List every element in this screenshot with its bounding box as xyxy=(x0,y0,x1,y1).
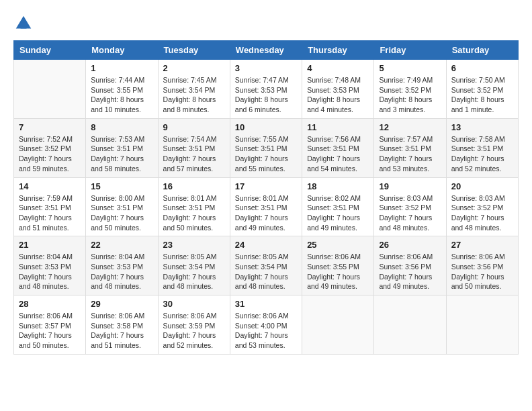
page-header xyxy=(13,13,519,34)
day-info: Sunrise: 7:44 AM Sunset: 3:55 PM Dayligh… xyxy=(91,75,152,115)
calendar-cell: 13Sunrise: 7:58 AM Sunset: 3:51 PM Dayli… xyxy=(446,118,518,177)
day-info: Sunrise: 8:02 AM Sunset: 3:51 PM Dayligh… xyxy=(307,193,369,233)
calendar-cell: 22Sunrise: 8:04 AM Sunset: 3:53 PM Dayli… xyxy=(86,236,158,295)
column-header-monday: Monday xyxy=(86,41,158,60)
day-info: Sunrise: 7:45 AM Sunset: 3:54 PM Dayligh… xyxy=(163,75,225,115)
calendar-cell: 11Sunrise: 7:56 AM Sunset: 3:51 PM Dayli… xyxy=(302,118,374,177)
calendar-cell: 9Sunrise: 7:54 AM Sunset: 3:51 PM Daylig… xyxy=(158,118,230,177)
calendar-cell: 6Sunrise: 7:50 AM Sunset: 3:52 PM Daylig… xyxy=(446,60,518,119)
day-info: Sunrise: 7:55 AM Sunset: 3:51 PM Dayligh… xyxy=(235,134,297,174)
day-number: 23 xyxy=(163,240,225,250)
calendar-week-row: 1Sunrise: 7:44 AM Sunset: 3:55 PM Daylig… xyxy=(14,60,519,119)
day-info: Sunrise: 8:06 AM Sunset: 3:56 PM Dayligh… xyxy=(451,252,513,291)
day-info: Sunrise: 8:06 AM Sunset: 3:55 PM Dayligh… xyxy=(307,252,369,291)
column-header-friday: Friday xyxy=(374,41,446,60)
calendar-cell: 25Sunrise: 8:06 AM Sunset: 3:55 PM Dayli… xyxy=(302,236,374,295)
day-number: 26 xyxy=(379,240,441,250)
day-number: 7 xyxy=(19,122,81,132)
day-number: 29 xyxy=(91,299,152,309)
column-header-thursday: Thursday xyxy=(302,41,374,60)
calendar-cell: 26Sunrise: 8:06 AM Sunset: 3:56 PM Dayli… xyxy=(374,236,446,295)
day-number: 4 xyxy=(307,63,369,73)
column-header-wednesday: Wednesday xyxy=(230,41,302,60)
day-info: Sunrise: 8:04 AM Sunset: 3:53 PM Dayligh… xyxy=(91,252,152,291)
calendar-cell: 31Sunrise: 8:06 AM Sunset: 4:00 PM Dayli… xyxy=(230,295,302,355)
day-info: Sunrise: 8:06 AM Sunset: 4:00 PM Dayligh… xyxy=(235,311,297,351)
calendar-cell xyxy=(302,295,374,355)
logo xyxy=(13,13,36,34)
day-info: Sunrise: 7:48 AM Sunset: 3:53 PM Dayligh… xyxy=(307,75,369,115)
day-info: Sunrise: 8:03 AM Sunset: 3:52 PM Dayligh… xyxy=(379,193,441,233)
day-number: 1 xyxy=(91,63,152,73)
day-info: Sunrise: 8:05 AM Sunset: 3:54 PM Dayligh… xyxy=(235,252,297,291)
day-info: Sunrise: 7:53 AM Sunset: 3:51 PM Dayligh… xyxy=(91,134,152,174)
day-info: Sunrise: 8:06 AM Sunset: 3:56 PM Dayligh… xyxy=(379,252,441,291)
day-number: 16 xyxy=(163,181,225,191)
logo-icon xyxy=(13,13,34,34)
day-number: 3 xyxy=(235,63,297,73)
day-info: Sunrise: 7:49 AM Sunset: 3:52 PM Dayligh… xyxy=(379,75,441,115)
day-info: Sunrise: 8:06 AM Sunset: 3:59 PM Dayligh… xyxy=(163,311,225,351)
day-info: Sunrise: 7:56 AM Sunset: 3:51 PM Dayligh… xyxy=(307,134,369,174)
calendar-cell: 12Sunrise: 7:57 AM Sunset: 3:51 PM Dayli… xyxy=(374,118,446,177)
calendar-week-row: 14Sunrise: 7:59 AM Sunset: 3:51 PM Dayli… xyxy=(14,177,519,236)
calendar-cell: 1Sunrise: 7:44 AM Sunset: 3:55 PM Daylig… xyxy=(86,60,158,119)
calendar-cell xyxy=(14,60,86,119)
day-number: 19 xyxy=(379,181,441,191)
day-number: 12 xyxy=(379,122,441,132)
day-info: Sunrise: 8:00 AM Sunset: 3:51 PM Dayligh… xyxy=(91,193,152,233)
calendar-cell: 8Sunrise: 7:53 AM Sunset: 3:51 PM Daylig… xyxy=(86,118,158,177)
calendar-cell xyxy=(374,295,446,355)
calendar-cell: 10Sunrise: 7:55 AM Sunset: 3:51 PM Dayli… xyxy=(230,118,302,177)
day-number: 8 xyxy=(91,122,152,132)
day-info: Sunrise: 8:01 AM Sunset: 3:51 PM Dayligh… xyxy=(235,193,297,233)
day-number: 21 xyxy=(19,240,81,250)
day-info: Sunrise: 7:54 AM Sunset: 3:51 PM Dayligh… xyxy=(163,134,225,174)
calendar-cell: 20Sunrise: 8:03 AM Sunset: 3:52 PM Dayli… xyxy=(446,177,518,236)
day-info: Sunrise: 8:06 AM Sunset: 3:57 PM Dayligh… xyxy=(19,311,81,351)
day-number: 27 xyxy=(451,240,513,250)
calendar-cell: 19Sunrise: 8:03 AM Sunset: 3:52 PM Dayli… xyxy=(374,177,446,236)
day-number: 2 xyxy=(163,63,225,73)
column-header-sunday: Sunday xyxy=(14,41,86,60)
calendar-cell: 23Sunrise: 8:05 AM Sunset: 3:54 PM Dayli… xyxy=(158,236,230,295)
day-info: Sunrise: 7:58 AM Sunset: 3:51 PM Dayligh… xyxy=(451,134,513,174)
day-info: Sunrise: 8:01 AM Sunset: 3:51 PM Dayligh… xyxy=(163,193,225,233)
day-number: 24 xyxy=(235,240,297,250)
calendar-cell: 17Sunrise: 8:01 AM Sunset: 3:51 PM Dayli… xyxy=(230,177,302,236)
column-header-saturday: Saturday xyxy=(446,41,518,60)
day-number: 11 xyxy=(307,122,369,132)
calendar-cell: 29Sunrise: 8:06 AM Sunset: 3:58 PM Dayli… xyxy=(86,295,158,355)
day-number: 28 xyxy=(19,299,81,309)
calendar-cell: 16Sunrise: 8:01 AM Sunset: 3:51 PM Dayli… xyxy=(158,177,230,236)
day-number: 13 xyxy=(451,122,513,132)
calendar-cell: 2Sunrise: 7:45 AM Sunset: 3:54 PM Daylig… xyxy=(158,60,230,119)
day-info: Sunrise: 8:03 AM Sunset: 3:52 PM Dayligh… xyxy=(451,193,513,233)
calendar-cell: 14Sunrise: 7:59 AM Sunset: 3:51 PM Dayli… xyxy=(14,177,86,236)
day-number: 14 xyxy=(19,181,81,191)
day-number: 6 xyxy=(451,63,513,73)
day-info: Sunrise: 7:52 AM Sunset: 3:52 PM Dayligh… xyxy=(19,134,81,174)
day-info: Sunrise: 7:59 AM Sunset: 3:51 PM Dayligh… xyxy=(19,193,81,233)
day-number: 25 xyxy=(307,240,369,250)
calendar-cell: 4Sunrise: 7:48 AM Sunset: 3:53 PM Daylig… xyxy=(302,60,374,119)
day-number: 10 xyxy=(235,122,297,132)
day-number: 17 xyxy=(235,181,297,191)
day-number: 30 xyxy=(163,299,225,309)
day-info: Sunrise: 8:04 AM Sunset: 3:53 PM Dayligh… xyxy=(19,252,81,291)
day-info: Sunrise: 8:05 AM Sunset: 3:54 PM Dayligh… xyxy=(163,252,225,291)
svg-rect-1 xyxy=(21,23,27,29)
calendar-cell: 21Sunrise: 8:04 AM Sunset: 3:53 PM Dayli… xyxy=(14,236,86,295)
calendar-header-row: SundayMondayTuesdayWednesdayThursdayFrid… xyxy=(14,41,519,60)
day-number: 22 xyxy=(91,240,152,250)
calendar-week-row: 28Sunrise: 8:06 AM Sunset: 3:57 PM Dayli… xyxy=(14,295,519,355)
day-number: 31 xyxy=(235,299,297,309)
calendar-week-row: 7Sunrise: 7:52 AM Sunset: 3:52 PM Daylig… xyxy=(14,118,519,177)
day-info: Sunrise: 7:57 AM Sunset: 3:51 PM Dayligh… xyxy=(379,134,441,174)
day-number: 9 xyxy=(163,122,225,132)
calendar-cell: 18Sunrise: 8:02 AM Sunset: 3:51 PM Dayli… xyxy=(302,177,374,236)
calendar-cell xyxy=(446,295,518,355)
calendar-cell: 5Sunrise: 7:49 AM Sunset: 3:52 PM Daylig… xyxy=(374,60,446,119)
day-number: 18 xyxy=(307,181,369,191)
calendar-cell: 30Sunrise: 8:06 AM Sunset: 3:59 PM Dayli… xyxy=(158,295,230,355)
